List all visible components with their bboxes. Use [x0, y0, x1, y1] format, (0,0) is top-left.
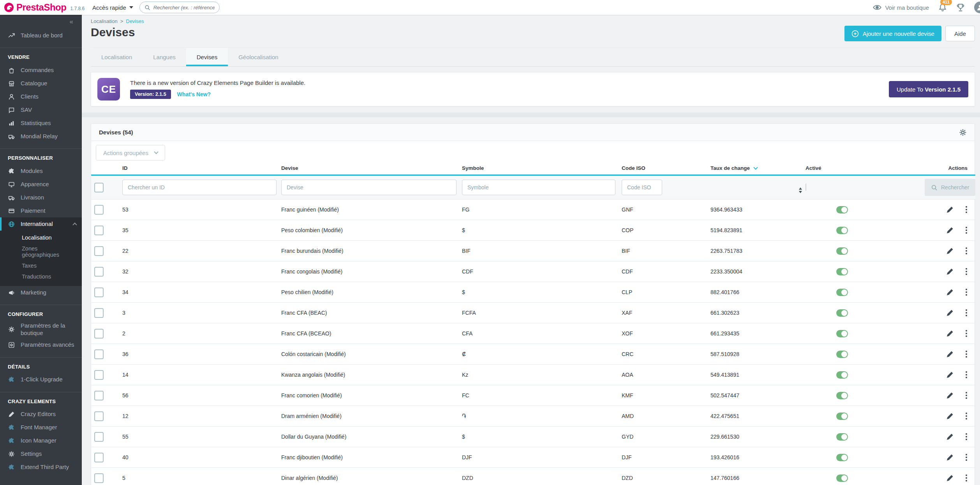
panel-settings-icon[interactable]	[959, 129, 967, 136]
sidebar-item-catalogue[interactable]: Catalogue	[0, 77, 82, 90]
row-menu-button[interactable]	[964, 289, 968, 296]
sidebar-item-apparence[interactable]: Apparence	[0, 178, 82, 191]
filter-id-input[interactable]	[122, 180, 277, 195]
logo-area[interactable]: PrestaShop 1.7.8.6	[4, 2, 85, 13]
sidebar-collapse-button[interactable]: «	[0, 15, 82, 26]
row-menu-button[interactable]	[964, 309, 968, 317]
column-header-active[interactable]: Activé	[796, 163, 915, 175]
column-header-id[interactable]: ID	[113, 163, 271, 175]
sidebar-subitem-localisation[interactable]: Localisation	[0, 232, 82, 243]
row-checkbox[interactable]	[94, 287, 104, 297]
sidebar-item-marketing[interactable]: Marketing	[0, 286, 82, 299]
active-toggle[interactable]	[836, 309, 848, 317]
row-checkbox[interactable]	[94, 226, 104, 235]
sidebar-item-font-manager[interactable]: Font Manager	[0, 421, 82, 434]
bulk-actions-dropdown[interactable]: Actions groupées	[96, 145, 165, 160]
row-checkbox[interactable]	[94, 411, 104, 421]
breadcrumb-current[interactable]: Devises	[126, 18, 144, 24]
column-header-symbole[interactable]: Symbole	[452, 163, 612, 175]
row-menu-button[interactable]	[964, 268, 968, 275]
sidebar-item-settings[interactable]: Settings	[0, 448, 82, 461]
sidebar-item-paiement[interactable]: Paiement	[0, 204, 82, 217]
sidebar-item-crazy-editors[interactable]: Crazy Editors	[0, 408, 82, 421]
sidebar-item-international[interactable]: International	[0, 217, 82, 231]
sidebar-item-parametres-de-la-boutique[interactable]: Paramètres de la boutique	[0, 321, 82, 339]
row-checkbox[interactable]	[94, 329, 104, 339]
tab-localisation[interactable]: Localisation	[91, 48, 143, 66]
row-menu-button[interactable]	[964, 247, 968, 255]
column-header-code-iso[interactable]: Code ISO	[612, 163, 701, 175]
edit-button[interactable]	[946, 351, 954, 358]
add-currency-button[interactable]: Ajouter une nouvelle devise	[844, 26, 941, 41]
edit-button[interactable]	[946, 413, 954, 420]
edit-button[interactable]	[946, 309, 954, 317]
user-avatar[interactable]	[974, 2, 980, 13]
whats-new-link[interactable]: What's New?	[177, 91, 211, 97]
sidebar-item-mondial-relay[interactable]: Mondial Relay	[0, 130, 82, 143]
row-menu-button[interactable]	[964, 227, 968, 234]
tab-langues[interactable]: Langues	[143, 48, 186, 66]
active-toggle[interactable]	[836, 454, 848, 461]
row-checkbox[interactable]	[94, 349, 104, 359]
active-toggle[interactable]	[836, 371, 848, 379]
row-menu-button[interactable]	[964, 474, 968, 482]
notifications-button[interactable]: 411	[938, 3, 947, 12]
help-button[interactable]: Aide	[945, 26, 975, 41]
row-menu-button[interactable]	[964, 413, 968, 420]
active-toggle[interactable]	[836, 268, 848, 275]
active-toggle[interactable]	[836, 351, 848, 358]
row-menu-button[interactable]	[964, 206, 968, 213]
sidebar-item-parametres-avances[interactable]: Paramètres avancés	[0, 339, 82, 352]
active-toggle[interactable]	[836, 247, 848, 255]
active-toggle[interactable]	[836, 289, 848, 296]
sidebar-subitem-traductions[interactable]: Traductions	[0, 271, 82, 282]
row-menu-button[interactable]	[964, 351, 968, 358]
tab-devises[interactable]: Devises	[186, 48, 228, 66]
row-menu-button[interactable]	[964, 392, 968, 399]
row-checkbox[interactable]	[94, 391, 104, 400]
sidebar-item-statistiques[interactable]: Statistiques	[0, 116, 82, 130]
column-header-devise[interactable]: Devise	[271, 163, 452, 175]
active-toggle[interactable]	[836, 474, 848, 482]
sidebar-item-icon-manager[interactable]: Icon Manager	[0, 434, 82, 448]
active-toggle[interactable]	[836, 413, 848, 420]
row-menu-button[interactable]	[964, 371, 968, 379]
sidebar-item-livraison[interactable]: Livraison	[0, 191, 82, 204]
breadcrumb-parent[interactable]: Localisation	[91, 18, 118, 24]
active-toggle[interactable]	[836, 330, 848, 337]
row-checkbox[interactable]	[94, 308, 104, 318]
edit-button[interactable]	[946, 392, 954, 399]
edit-button[interactable]	[946, 454, 954, 461]
filter-symbole-input[interactable]	[462, 180, 615, 195]
trophy-icon[interactable]	[956, 3, 965, 12]
row-menu-button[interactable]	[964, 330, 968, 337]
quick-access-dropdown[interactable]: Accès rapide	[92, 4, 133, 11]
row-checkbox[interactable]	[94, 370, 104, 380]
edit-button[interactable]	[946, 268, 954, 275]
edit-button[interactable]	[946, 247, 954, 255]
active-toggle[interactable]	[836, 206, 848, 213]
row-checkbox[interactable]	[94, 205, 104, 215]
filter-code-iso-input[interactable]	[622, 180, 662, 195]
edit-button[interactable]	[946, 289, 954, 296]
edit-button[interactable]	[946, 206, 954, 213]
search-input[interactable]	[153, 5, 215, 11]
sidebar-subitem-taxes[interactable]: Taxes	[0, 260, 82, 271]
sidebar-item-clients[interactable]: Clients	[0, 90, 82, 103]
row-checkbox[interactable]	[94, 453, 104, 462]
filter-active-select[interactable]	[806, 183, 806, 191]
tab-geolocalisation[interactable]: Géolocalisation	[228, 48, 289, 66]
edit-button[interactable]	[946, 371, 954, 379]
select-all-checkbox[interactable]	[94, 183, 104, 192]
column-header-taux[interactable]: Taux de change	[701, 163, 796, 175]
active-toggle[interactable]	[836, 227, 848, 234]
edit-button[interactable]	[946, 330, 954, 337]
row-menu-button[interactable]	[964, 454, 968, 461]
active-toggle[interactable]	[836, 392, 848, 399]
update-button[interactable]: Update To Version 2.1.5	[889, 81, 968, 97]
filter-devise-input[interactable]	[281, 180, 457, 195]
row-menu-button[interactable]	[964, 433, 968, 441]
row-checkbox[interactable]	[94, 473, 104, 483]
sidebar-subitem-zones-geographiques[interactable]: Zones géographiques	[0, 243, 82, 260]
edit-button[interactable]	[946, 227, 954, 234]
